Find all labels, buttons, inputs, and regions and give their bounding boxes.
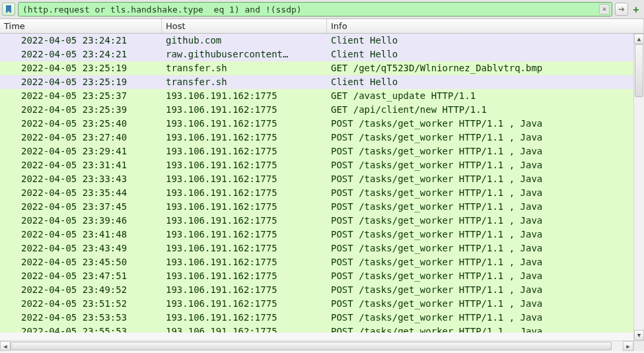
- packet-cell-info: POST /tasks/get_worker HTTP/1.1 , Java: [327, 144, 633, 158]
- packet-row[interactable]: 2022-04-05 23:39:46193.106.191.162:1775P…: [0, 214, 633, 228]
- packet-list-area: 2022-04-05 23:24:21github.comClient Hell…: [0, 34, 644, 340]
- packet-cell-info: GET /api/client/new HTTP/1.1: [327, 103, 633, 117]
- packet-row[interactable]: 2022-04-05 23:43:49193.106.191.162:1775P…: [0, 241, 633, 255]
- packet-cell-time: 2022-04-05 23:24:21: [0, 34, 162, 48]
- scroll-down-button[interactable]: ▼: [634, 330, 644, 340]
- bookmark-filter-button[interactable]: [2, 3, 15, 16]
- packet-cell-info: POST /tasks/get_worker HTTP/1.1 , Java: [327, 311, 633, 325]
- packet-cell-time: 2022-04-05 23:25:37: [0, 89, 162, 103]
- packet-cell-info: POST /tasks/get_worker HTTP/1.1 , Java: [327, 228, 633, 241]
- packet-cell-host: 193.106.191.162:1775: [162, 144, 327, 158]
- packet-cell-host: 193.106.191.162:1775: [162, 297, 327, 311]
- horizontal-scroll-thumb[interactable]: [11, 342, 612, 350]
- packet-row[interactable]: 2022-04-05 23:27:40193.106.191.162:1775P…: [0, 131, 633, 144]
- packet-cell-time: 2022-04-05 23:24:21: [0, 48, 162, 61]
- packet-row[interactable]: 2022-04-05 23:55:53193.106.191.162:1775P…: [0, 325, 633, 333]
- packet-row[interactable]: 2022-04-05 23:29:41193.106.191.162:1775P…: [0, 144, 633, 158]
- packet-cell-time: 2022-04-05 23:47:51: [0, 269, 162, 283]
- packet-cell-host: 193.106.191.162:1775: [162, 255, 327, 269]
- display-filter-input[interactable]: [18, 2, 612, 16]
- packet-row[interactable]: 2022-04-05 23:24:21raw.githubusercontent…: [0, 48, 633, 61]
- packet-cell-time: 2022-04-05 23:43:49: [0, 241, 162, 255]
- packet-cell-time: 2022-04-05 23:51:52: [0, 297, 162, 311]
- packet-cell-time: 2022-04-05 23:35:44: [0, 186, 162, 200]
- packet-cell-host: transfer.sh: [162, 61, 327, 75]
- packet-cell-info: GET /avast_update HTTP/1.1: [327, 89, 633, 103]
- packet-row[interactable]: 2022-04-05 23:31:41193.106.191.162:1775P…: [0, 158, 633, 172]
- packet-cell-host: 193.106.191.162:1775: [162, 103, 327, 117]
- packet-cell-host: raw.githubusercontent…: [162, 48, 327, 61]
- packet-cell-host: 193.106.191.162:1775: [162, 117, 327, 131]
- packet-cell-info: Client Hello: [327, 48, 633, 61]
- packet-cell-info: POST /tasks/get_worker HTTP/1.1 , Java: [327, 214, 633, 228]
- packet-cell-host: 193.106.191.162:1775: [162, 214, 327, 228]
- packet-cell-info: POST /tasks/get_worker HTTP/1.1 , Java: [327, 158, 633, 172]
- horizontal-scrollbar[interactable]: ◀ ▶: [0, 340, 644, 351]
- scroll-right-button[interactable]: ▶: [623, 341, 633, 351]
- packet-row[interactable]: 2022-04-05 23:35:44193.106.191.162:1775P…: [0, 186, 633, 200]
- column-header-time[interactable]: Time: [0, 19, 162, 33]
- packet-row[interactable]: 2022-04-05 23:25:37193.106.191.162:1775G…: [0, 89, 633, 103]
- bookmark-icon: [5, 5, 12, 13]
- packet-list-rows[interactable]: 2022-04-05 23:24:21github.comClient Hell…: [0, 34, 633, 340]
- packet-cell-info: POST /tasks/get_worker HTTP/1.1 , Java: [327, 131, 633, 144]
- packet-row[interactable]: 2022-04-05 23:25:19transfer.shGET /get/q…: [0, 61, 633, 75]
- packet-cell-info: GET /get/qT523D/Wlniornez_Dablvtrq.bmp: [327, 61, 633, 75]
- apply-filter-button[interactable]: ➔: [615, 3, 628, 16]
- packet-cell-host: 193.106.191.162:1775: [162, 325, 327, 333]
- packet-cell-host: 193.106.191.162:1775: [162, 228, 327, 241]
- packet-row[interactable]: 2022-04-05 23:33:43193.106.191.162:1775P…: [0, 172, 633, 186]
- packet-cell-host: 193.106.191.162:1775: [162, 200, 327, 214]
- packet-cell-host: transfer.sh: [162, 75, 327, 89]
- packet-cell-info: Client Hello: [327, 34, 633, 48]
- clear-filter-button[interactable]: ✕: [599, 4, 610, 15]
- scrollbar-corner: [633, 341, 644, 351]
- packet-row[interactable]: 2022-04-05 23:47:51193.106.191.162:1775P…: [0, 269, 633, 283]
- packet-cell-info: POST /tasks/get_worker HTTP/1.1 , Java: [327, 241, 633, 255]
- packet-cell-host: 193.106.191.162:1775: [162, 283, 327, 297]
- packet-cell-host: 193.106.191.162:1775: [162, 172, 327, 186]
- packet-cell-host: 193.106.191.162:1775: [162, 311, 327, 325]
- vertical-scroll-track[interactable]: [634, 44, 644, 330]
- display-filter-toolbar: ✕ ➔ +: [0, 0, 644, 19]
- add-filter-expression-button[interactable]: +: [631, 4, 641, 15]
- packet-cell-time: 2022-04-05 23:25:19: [0, 61, 162, 75]
- packet-cell-info: POST /tasks/get_worker HTTP/1.1 , Java: [327, 117, 633, 131]
- packet-cell-host: 193.106.191.162:1775: [162, 89, 327, 103]
- packet-cell-time: 2022-04-05 23:49:52: [0, 283, 162, 297]
- packet-cell-time: 2022-04-05 23:25:39: [0, 103, 162, 117]
- packet-cell-time: 2022-04-05 23:53:53: [0, 311, 162, 325]
- packet-cell-time: 2022-04-05 23:41:48: [0, 228, 162, 241]
- packet-cell-info: POST /tasks/get_worker HTTP/1.1 , Java: [327, 200, 633, 214]
- column-header-host[interactable]: Host: [162, 19, 327, 33]
- vertical-scroll-thumb[interactable]: [635, 44, 643, 97]
- packet-cell-time: 2022-04-05 23:39:46: [0, 214, 162, 228]
- packet-cell-host: 193.106.191.162:1775: [162, 158, 327, 172]
- packet-row[interactable]: 2022-04-05 23:51:52193.106.191.162:1775P…: [0, 297, 633, 311]
- packet-cell-time: 2022-04-05 23:31:41: [0, 158, 162, 172]
- packet-row[interactable]: 2022-04-05 23:25:39193.106.191.162:1775G…: [0, 103, 633, 117]
- packet-row[interactable]: 2022-04-05 23:53:53193.106.191.162:1775P…: [0, 311, 633, 325]
- packet-row[interactable]: 2022-04-05 23:41:48193.106.191.162:1775P…: [0, 228, 633, 241]
- scroll-left-button[interactable]: ◀: [0, 341, 11, 351]
- packet-row[interactable]: 2022-04-05 23:25:19transfer.shClient Hel…: [0, 75, 633, 89]
- packet-cell-host: 193.106.191.162:1775: [162, 269, 327, 283]
- packet-cell-host: github.com: [162, 34, 327, 48]
- packet-cell-time: 2022-04-05 23:37:45: [0, 200, 162, 214]
- packet-row[interactable]: 2022-04-05 23:45:50193.106.191.162:1775P…: [0, 255, 633, 269]
- packet-row[interactable]: 2022-04-05 23:49:52193.106.191.162:1775P…: [0, 283, 633, 297]
- scroll-up-button[interactable]: ▲: [634, 34, 644, 44]
- packet-row[interactable]: 2022-04-05 23:24:21github.comClient Hell…: [0, 34, 633, 48]
- packet-row[interactable]: 2022-04-05 23:37:45193.106.191.162:1775P…: [0, 200, 633, 214]
- packet-cell-time: 2022-04-05 23:55:53: [0, 325, 162, 333]
- packet-row[interactable]: 2022-04-05 23:25:40193.106.191.162:1775P…: [0, 117, 633, 131]
- packet-cell-time: 2022-04-05 23:29:41: [0, 144, 162, 158]
- packet-cell-host: 193.106.191.162:1775: [162, 131, 327, 144]
- packet-cell-info: POST /tasks/get_worker HTTP/1.1 , Java: [327, 325, 633, 333]
- packet-cell-time: 2022-04-05 23:25:40: [0, 117, 162, 131]
- display-filter-wrap: ✕: [18, 2, 612, 16]
- packet-list-header: Time Host Info: [0, 19, 644, 34]
- column-header-info[interactable]: Info: [327, 19, 644, 33]
- horizontal-scroll-track[interactable]: [11, 341, 623, 351]
- vertical-scrollbar[interactable]: ▲ ▼: [633, 34, 644, 340]
